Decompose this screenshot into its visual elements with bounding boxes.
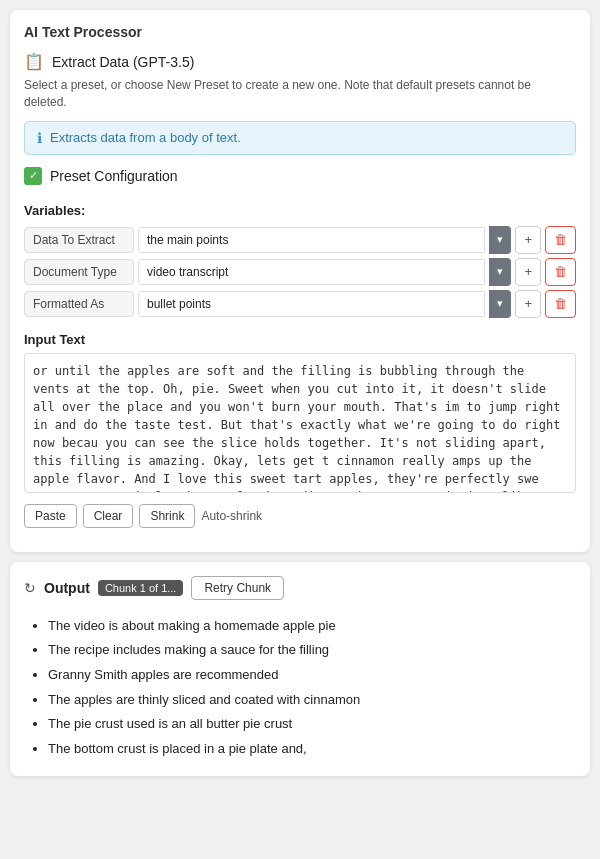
clear-button[interactable]: Clear: [83, 504, 134, 528]
variable-row: Data To Extract ▾ + 🗑: [24, 226, 576, 254]
var-key-0: Data To Extract: [24, 227, 134, 253]
var-plus-1[interactable]: +: [515, 258, 541, 286]
var-dropdown-2[interactable]: ▾: [489, 290, 511, 318]
var-key-1: Document Type: [24, 259, 134, 285]
variable-row: Document Type ▾ + 🗑: [24, 258, 576, 286]
var-key-2: Formatted As: [24, 291, 134, 317]
input-textarea[interactable]: or until the apples are soft and the fil…: [24, 353, 576, 493]
var-plus-0[interactable]: +: [515, 226, 541, 254]
preset-label: Extract Data (GPT-3.5): [52, 54, 194, 70]
info-banner: ℹ Extracts data from a body of text.: [24, 121, 576, 155]
list-item: The video is about making a homemade app…: [48, 614, 576, 639]
chunk-badge: Chunk 1 of 1...: [98, 580, 184, 596]
input-text-title: Input Text: [24, 332, 576, 347]
list-item: Granny Smith apples are recommended: [48, 663, 576, 688]
output-list: The video is about making a homemade app…: [24, 614, 576, 762]
var-dropdown-0[interactable]: ▾: [489, 226, 511, 254]
preset-icon: 📋: [24, 52, 44, 71]
input-text-section: Input Text or until the apples are soft …: [24, 332, 576, 528]
var-value-input-0[interactable]: [138, 227, 485, 253]
preset-config-label: Preset Configuration: [50, 168, 178, 184]
shrink-button[interactable]: Shrink: [139, 504, 195, 528]
retry-chunk-button[interactable]: Retry Chunk: [191, 576, 284, 600]
list-item: The bottom crust is placed in a pie plat…: [48, 737, 576, 762]
output-card: ↻ Output Chunk 1 of 1... Retry Chunk The…: [10, 562, 590, 776]
info-icon: ℹ: [37, 130, 42, 146]
preset-description: Select a preset, or choose New Preset to…: [24, 77, 576, 111]
variables-title: Variables:: [24, 203, 576, 218]
preset-config-checkbox[interactable]: ✓: [24, 167, 42, 185]
output-title: Output: [44, 580, 90, 596]
output-header: ↻ Output Chunk 1 of 1... Retry Chunk: [24, 576, 576, 600]
var-delete-1[interactable]: 🗑: [545, 258, 576, 286]
var-plus-2[interactable]: +: [515, 290, 541, 318]
variables-section: Variables: Data To Extract ▾ + 🗑 Documen…: [24, 203, 576, 318]
preset-row: 📋 Extract Data (GPT-3.5): [24, 52, 576, 71]
var-delete-0[interactable]: 🗑: [545, 226, 576, 254]
preset-config-row: ✓ Preset Configuration: [24, 167, 576, 189]
main-card: AI Text Processor 📋 Extract Data (GPT-3.…: [10, 10, 590, 552]
paste-button[interactable]: Paste: [24, 504, 77, 528]
info-banner-text: Extracts data from a body of text.: [50, 130, 241, 145]
textarea-buttons: Paste Clear Shrink Auto-shrink: [24, 504, 576, 528]
list-item: The recipe includes making a sauce for t…: [48, 638, 576, 663]
loading-spinner: ↻: [24, 580, 36, 596]
list-item: The apples are thinly sliced and coated …: [48, 688, 576, 713]
var-delete-2[interactable]: 🗑: [545, 290, 576, 318]
var-dropdown-1[interactable]: ▾: [489, 258, 511, 286]
page-title: AI Text Processor: [24, 24, 576, 40]
var-value-input-2[interactable]: [138, 291, 485, 317]
check-icon: ✓: [29, 169, 38, 182]
autoshrink-label: Auto-shrink: [201, 509, 262, 523]
list-item: The pie crust used is an all butter pie …: [48, 712, 576, 737]
var-value-input-1[interactable]: [138, 259, 485, 285]
variable-row: Formatted As ▾ + 🗑: [24, 290, 576, 318]
